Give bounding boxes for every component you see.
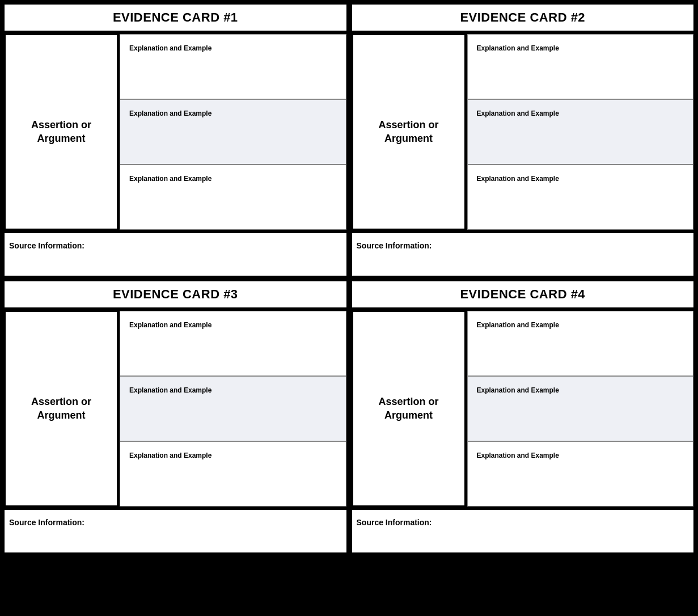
card-1-explanation-1-text: Explanation and Example — [129, 44, 211, 53]
card-4-explanation-2[interactable]: Explanation and Example — [467, 376, 694, 441]
card-4-assertion[interactable]: Assertion or Argument — [352, 311, 466, 507]
card-4: EVIDENCE CARD #4Assertion or ArgumentExp… — [352, 281, 694, 552]
card-2-title: EVIDENCE CARD #2 — [352, 5, 694, 31]
card-3-assertion[interactable]: Assertion or Argument — [5, 311, 118, 507]
card-1-body: Assertion or ArgumentExplanation and Exa… — [5, 34, 346, 230]
card-3-explanation-column: Explanation and ExampleExplanation and E… — [120, 311, 346, 507]
card-4-body: Assertion or ArgumentExplanation and Exa… — [352, 311, 694, 507]
card-2-explanation-1-text: Explanation and Example — [477, 44, 559, 53]
card-3: EVIDENCE CARD #3Assertion or ArgumentExp… — [5, 281, 346, 552]
card-3-source-bar[interactable]: Source Information: — [5, 510, 346, 552]
card-2-assertion-text: Assertion or Argument — [359, 119, 459, 145]
card-2-body: Assertion or ArgumentExplanation and Exa… — [352, 34, 694, 230]
card-3-source-label: Source Information: — [9, 518, 84, 527]
card-4-explanation-3-text: Explanation and Example — [477, 451, 559, 461]
card-2-explanation-3-text: Explanation and Example — [477, 174, 559, 184]
card-3-assertion-text: Assertion or Argument — [11, 395, 111, 422]
card-2: EVIDENCE CARD #2Assertion or ArgumentExp… — [352, 5, 694, 276]
card-2-explanation-column: Explanation and ExampleExplanation and E… — [467, 34, 694, 230]
card-4-assertion-text: Assertion or Argument — [359, 395, 459, 422]
card-2-explanation-2-text: Explanation and Example — [477, 109, 559, 119]
card-3-explanation-2-text: Explanation and Example — [129, 386, 211, 395]
card-3-body: Assertion or ArgumentExplanation and Exa… — [5, 311, 346, 507]
card-1-explanation-2[interactable]: Explanation and Example — [120, 99, 346, 164]
card-2-assertion[interactable]: Assertion or Argument — [352, 34, 466, 230]
cards-grid: EVIDENCE CARD #1Assertion or ArgumentExp… — [5, 5, 693, 552]
card-3-title: EVIDENCE CARD #3 — [5, 281, 346, 307]
card-3-explanation-3[interactable]: Explanation and Example — [120, 441, 346, 507]
card-1-title: EVIDENCE CARD #1 — [5, 5, 346, 31]
card-4-explanation-column: Explanation and ExampleExplanation and E… — [467, 311, 694, 507]
card-3-explanation-2[interactable]: Explanation and Example — [120, 376, 346, 441]
card-3-explanation-1-text: Explanation and Example — [129, 320, 211, 330]
card-1: EVIDENCE CARD #1Assertion or ArgumentExp… — [5, 5, 346, 276]
card-2-source-bar[interactable]: Source Information: — [352, 233, 694, 276]
card-1-explanation-3[interactable]: Explanation and Example — [120, 164, 346, 230]
card-4-explanation-2-text: Explanation and Example — [477, 386, 559, 395]
card-1-explanation-column: Explanation and ExampleExplanation and E… — [120, 34, 346, 230]
card-4-source-bar[interactable]: Source Information: — [352, 510, 694, 552]
card-1-assertion[interactable]: Assertion or Argument — [5, 34, 118, 230]
card-1-explanation-2-text: Explanation and Example — [129, 109, 211, 119]
card-3-explanation-1[interactable]: Explanation and Example — [120, 311, 346, 376]
card-2-explanation-2[interactable]: Explanation and Example — [467, 99, 694, 164]
card-2-explanation-1[interactable]: Explanation and Example — [467, 34, 694, 99]
card-4-explanation-3[interactable]: Explanation and Example — [467, 441, 694, 507]
card-1-source-bar[interactable]: Source Information: — [5, 233, 346, 276]
card-1-explanation-3-text: Explanation and Example — [129, 174, 211, 184]
card-1-explanation-1[interactable]: Explanation and Example — [120, 34, 346, 99]
card-3-explanation-3-text: Explanation and Example — [129, 451, 211, 461]
card-1-source-label: Source Information: — [9, 241, 84, 250]
card-4-explanation-1[interactable]: Explanation and Example — [467, 311, 694, 376]
card-1-assertion-text: Assertion or Argument — [11, 119, 111, 145]
card-2-explanation-3[interactable]: Explanation and Example — [467, 164, 694, 230]
card-4-explanation-1-text: Explanation and Example — [477, 320, 559, 330]
card-4-title: EVIDENCE CARD #4 — [352, 281, 694, 307]
card-4-source-label: Source Information: — [357, 518, 432, 527]
card-2-source-label: Source Information: — [357, 241, 432, 250]
